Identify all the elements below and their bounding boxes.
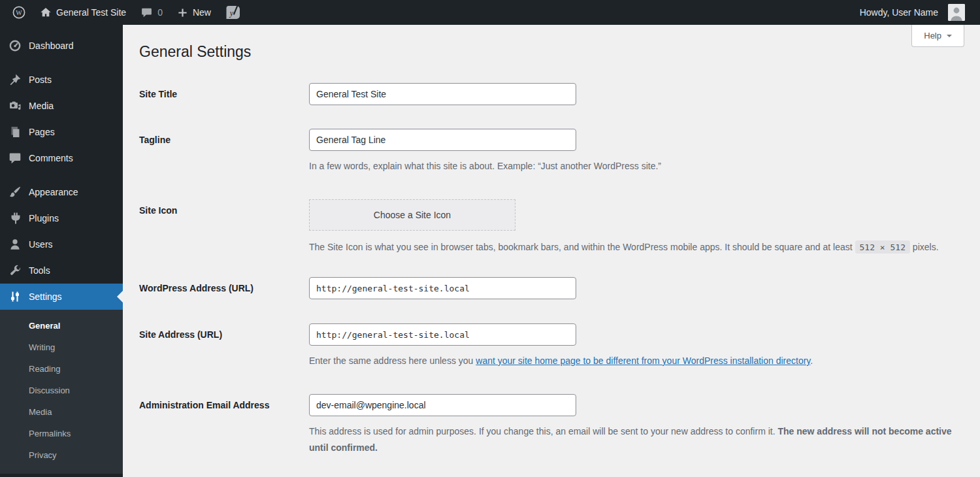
admin-email-label: Administration Email Address [139,394,309,411]
site-address-description-text: Enter the same address here unless you [309,355,476,366]
wordpress-logo-icon[interactable]: W [5,0,33,25]
submenu-item-permalinks[interactable]: Permalinks [0,423,123,444]
admin-bar: W General Test Site 0 [0,0,980,25]
sidebar-item-label: Media [29,101,54,111]
form-row-admin-email: Administration Email Address This addres… [139,394,962,456]
sidebar-item-label: Settings [29,291,62,302]
avatar [948,4,965,21]
svg-text:y: y [229,8,234,18]
sidebar-item-media[interactable]: Media [0,93,123,119]
form-row-site-address: Site Address (URL) Enter the same addres… [139,323,962,369]
sidebar-item-tools[interactable]: Tools [0,257,123,284]
admin-menu: Dashboard Posts Media Pages [0,25,123,474]
admin-bar-right: Howdy, User Name [853,0,972,25]
submenu-item-general[interactable]: General [0,315,123,337]
tagline-input[interactable] [309,129,576,151]
help-button[interactable]: Help [911,25,964,47]
comment-bubble-icon [8,152,22,165]
my-account[interactable]: Howdy, User Name [853,0,972,25]
sidebar-item-pages[interactable]: Pages [0,119,123,145]
pushpin-icon [8,73,22,86]
form-row-site-title: Site Title [139,83,962,105]
tagline-description: In a few words, explain what this site i… [309,158,962,174]
sidebar-item-label: Users [29,239,53,250]
site-icon-description: The Site Icon is what you see in browser… [309,239,962,255]
choose-site-icon-button[interactable]: Choose a Site Icon [309,199,515,231]
sidebar-item-label: Tools [29,265,50,276]
site-address-description: Enter the same address here unless you w… [309,353,962,369]
yoast-seo-icon[interactable]: y [218,0,248,25]
admin-email-description-text: This address is used for admin purposes.… [309,426,777,436]
new-label: New [193,7,211,18]
comment-bubble-icon [140,7,153,18]
svg-text:W: W [16,9,22,16]
form-row-tagline: Tagline In a few words, explain what thi… [139,129,962,174]
icon-size-code: 512 × 512 [855,240,910,254]
different-home-page-link[interactable]: want your site home page to be different… [476,355,810,366]
site-icon-description-text: The Site Icon is what you see in browser… [309,242,855,252]
person-icon [8,238,22,251]
submenu-item-reading[interactable]: Reading [0,358,123,380]
dashboard-gauge-icon [8,39,22,52]
site-icon-label: Site Icon [139,199,309,216]
sidebar-item-label: Plugins [29,213,59,223]
site-address-label: Site Address (URL) [139,323,309,340]
sidebar-item-label: Comments [29,153,73,163]
site-title-input[interactable] [309,83,576,105]
help-label: Help [924,31,941,41]
sidebar-item-label: Appearance [29,187,78,197]
new-content-button[interactable]: New [170,0,218,25]
submenu-item-privacy[interactable]: Privacy [0,444,123,466]
home-icon [40,7,52,18]
pages-icon [8,125,22,139]
sidebar-item-label: Pages [29,127,55,137]
admin-email-input[interactable] [309,394,576,416]
menu-separator [0,59,123,67]
site-address-description-suffix: . [810,355,813,366]
plus-icon [177,7,188,18]
site-name-link[interactable]: General Test Site [33,0,133,25]
comments-shortcut[interactable]: 0 [133,0,170,25]
form-row-wordpress-address: WordPress Address (URL) [139,277,962,299]
wordpress-address-input[interactable] [309,277,576,299]
camera-icon [8,99,22,112]
sidebar-item-comments[interactable]: Comments [0,145,123,171]
sidebar-item-dashboard[interactable]: Dashboard [0,33,123,59]
menu-separator [0,171,123,179]
settings-submenu: General Writing Reading Discussion Media… [0,310,123,474]
admin-sidebar: Dashboard Posts Media Pages [0,25,123,477]
site-icon-description-suffix: pixels. [910,242,939,252]
sidebar-item-appearance[interactable]: Appearance [0,179,123,205]
form-row-site-icon: Site Icon Choose a Site Icon The Site Ic… [139,199,962,255]
submenu-item-media[interactable]: Media [0,401,123,423]
sidebar-item-posts[interactable]: Posts [0,67,123,93]
main-content: Help General Settings Site Title Tagline… [123,25,980,477]
wrench-icon [8,264,22,277]
submenu-item-writing[interactable]: Writing [0,337,123,358]
admin-bar-left: W General Test Site 0 [5,0,248,25]
site-address-input[interactable] [309,323,576,346]
paintbrush-icon [8,186,22,199]
sidebar-item-label: Posts [29,74,52,85]
wordpress-address-label: WordPress Address (URL) [139,277,309,294]
site-title-label: Site Title [139,83,309,100]
admin-email-description: This address is used for admin purposes.… [309,423,962,456]
plug-icon [8,212,22,225]
sidebar-item-plugins[interactable]: Plugins [0,205,123,231]
sidebar-item-settings[interactable]: Settings [0,284,123,310]
sidebar-item-users[interactable]: Users [0,231,123,257]
sliders-icon [8,290,22,303]
site-name-label: General Test Site [56,7,126,18]
chevron-down-icon [947,35,952,40]
submenu-item-discussion[interactable]: Discussion [0,380,123,401]
howdy-label: Howdy, User Name [860,7,938,18]
comments-count-badge: 0 [157,7,163,18]
page-title: General Settings [139,25,962,61]
sidebar-item-label: Dashboard [29,41,74,51]
tagline-label: Tagline [139,129,309,146]
